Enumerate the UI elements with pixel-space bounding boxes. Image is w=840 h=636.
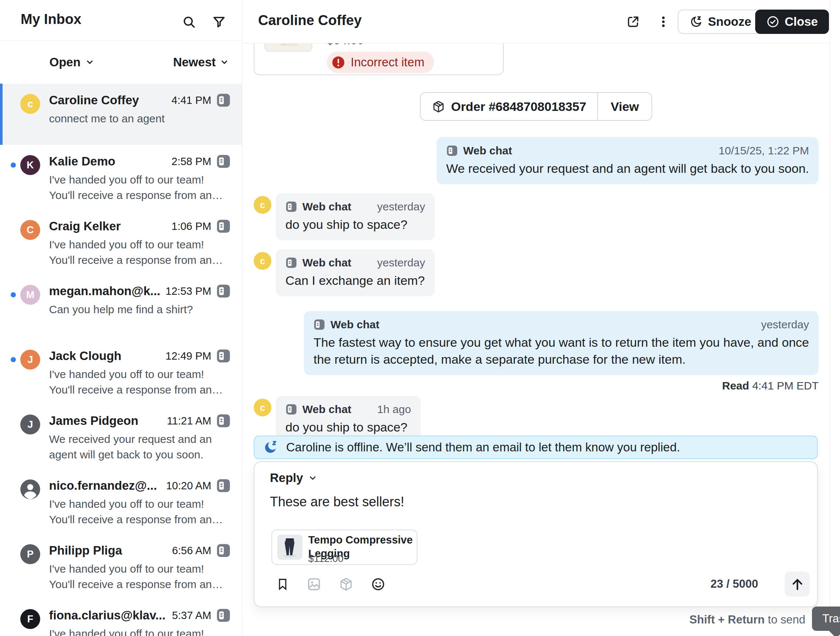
webchat-channel-icon bbox=[216, 413, 231, 428]
reply-mode-label: Reply bbox=[270, 471, 303, 485]
conversation-time: 11:21 AM bbox=[167, 415, 211, 427]
agent-message: Web chatyesterdayThe fastest way to ensu… bbox=[304, 311, 819, 375]
send-hint-rest: to send bbox=[768, 613, 805, 626]
bookmark-icon bbox=[276, 577, 289, 592]
collapsed-side-panel[interactable] bbox=[830, 0, 840, 636]
conversation-preview: I've handed you off to our team!You'll r… bbox=[49, 367, 232, 398]
unread-dot bbox=[11, 357, 16, 362]
list-item[interactable]: Mmegan.mahon@k...12:53 PMCan you help me… bbox=[0, 274, 242, 339]
conversation-preview: I've handed you off to our team!You'll r… bbox=[49, 496, 232, 527]
message-text: Can I exchange an item? bbox=[286, 272, 425, 289]
conversation-time: 6:56 AM bbox=[172, 545, 211, 557]
conversation-time: 12:49 PM bbox=[166, 350, 211, 362]
order-view-button[interactable]: View bbox=[597, 93, 652, 120]
webchat-channel-icon bbox=[216, 93, 231, 108]
message-text: do you ship to space? bbox=[286, 216, 425, 233]
conversation-name: James Pidgeon bbox=[49, 414, 167, 428]
offline-banner: Caroline is offline. We’ll send them an … bbox=[254, 436, 818, 459]
conversation-preview: I've handed you off to our team!You'll r… bbox=[49, 172, 232, 203]
agent-message: Web chat10/15/25, 1:22 PMWe received you… bbox=[437, 137, 819, 184]
message-text: We received your request and an agent wi… bbox=[446, 160, 809, 177]
status-filter-dropdown[interactable]: Open bbox=[49, 41, 95, 83]
search-button[interactable] bbox=[181, 14, 197, 30]
list-item[interactable]: Ffiona.clarius@klav...5:37 AMI've handed… bbox=[0, 599, 242, 636]
chevron-down-icon bbox=[85, 57, 95, 67]
snooze-label: Snooze bbox=[708, 15, 751, 29]
avatar: J bbox=[20, 414, 40, 434]
snooze-moon-icon bbox=[690, 15, 703, 28]
list-item[interactable]: JJack Clough12:49 PMI've handed you off … bbox=[0, 339, 242, 404]
inbox-header: My Inbox bbox=[0, 0, 242, 41]
customer-message: cWeb chatyesterdayCan I exchange an item… bbox=[254, 249, 435, 296]
conversation-time: 5:37 AM bbox=[172, 609, 211, 622]
inbox-panel: My Inbox Open Newest cCaroline Coffey4:4 bbox=[0, 0, 242, 636]
conversation-preview: I've handed you off to our team!You'll r… bbox=[49, 626, 232, 636]
avatar: F bbox=[20, 609, 40, 629]
message-bubble: Web chatyesterdaydo you ship to space? bbox=[276, 193, 435, 240]
channel-label: Web chat bbox=[463, 145, 512, 157]
message-bubble: Web chatyesterdayThe fastest way to ensu… bbox=[304, 311, 819, 375]
avatar: c bbox=[20, 94, 40, 114]
conversation-time: 1:06 PM bbox=[172, 220, 211, 233]
sort-order-dropdown[interactable]: Newest bbox=[173, 41, 229, 83]
char-counter: 23 / 5000 bbox=[711, 578, 758, 591]
snooze-button[interactable]: Snooze bbox=[678, 9, 763, 34]
reply-composer: Reply These are best sellers! Tempo Comp… bbox=[254, 461, 818, 607]
close-button[interactable]: Close bbox=[755, 9, 829, 34]
trash-tooltip-label: Trash bbox=[822, 612, 840, 625]
list-item[interactable]: nico.fernandez@...10:20 AMI've handed yo… bbox=[0, 469, 242, 534]
list-item[interactable]: KKalie Demo2:58 PMI've handed you off to… bbox=[0, 145, 242, 210]
status-badge-label: Incorrect item bbox=[351, 55, 425, 69]
list-item[interactable]: JJames Pidgeon11:21 AMWe received your r… bbox=[0, 404, 242, 469]
channel-label: Web chat bbox=[302, 200, 351, 213]
webchat-channel-icon bbox=[216, 284, 231, 299]
webchat-channel-icon bbox=[216, 154, 231, 169]
reply-input[interactable]: These are best sellers! bbox=[270, 493, 802, 511]
sort-order-label: Newest bbox=[173, 55, 216, 69]
order-chip: Order #6848708018357 View bbox=[420, 92, 652, 121]
channel-label: Web chat bbox=[302, 257, 351, 269]
channel-label: Web chat bbox=[330, 318, 379, 331]
more-options-button[interactable] bbox=[655, 14, 671, 30]
attach-product-button[interactable] bbox=[338, 577, 354, 592]
status-badge: Incorrect item bbox=[327, 52, 434, 73]
webchat-channel-icon bbox=[446, 145, 458, 157]
chevron-down-icon bbox=[219, 57, 229, 67]
conversation-list: cCaroline Coffey4:41 PMconnect me to an … bbox=[0, 83, 242, 636]
avatar: M bbox=[20, 285, 40, 305]
avatar: K bbox=[20, 155, 40, 175]
conversation-name: Philipp Pliga bbox=[49, 543, 172, 557]
filter-button[interactable] bbox=[211, 14, 227, 30]
attached-product-card[interactable]: Tempo Compressive Legging $112.00 bbox=[272, 529, 417, 565]
emoji-button[interactable] bbox=[371, 577, 386, 592]
conversation-time: 4:41 PM bbox=[172, 94, 211, 107]
list-toolbar: Open Newest bbox=[0, 41, 242, 84]
webchat-channel-icon bbox=[216, 608, 231, 623]
conversation-time: 2:58 PM bbox=[172, 156, 211, 168]
reply-mode-dropdown[interactable]: Reply bbox=[270, 471, 318, 485]
webchat-channel-icon bbox=[216, 543, 231, 558]
attach-image-button[interactable] bbox=[306, 577, 322, 592]
conversation-preview: I've handed you off to our team!You'll r… bbox=[49, 237, 232, 268]
order-chip-link[interactable]: Order #6848708018357 bbox=[420, 93, 597, 120]
offline-banner-text: Caroline is offline. We’ll send them an … bbox=[286, 440, 680, 454]
list-item[interactable]: cCaroline Coffey4:41 PMconnect me to an … bbox=[0, 83, 242, 145]
conversation-preview: connect me to an agent bbox=[49, 111, 232, 126]
conversation-header: Caroline Coffey Snooze Close bbox=[242, 0, 830, 44]
list-item[interactable]: PPhilipp Pliga6:56 AMI've handed you off… bbox=[0, 534, 242, 599]
avatar: P bbox=[20, 544, 40, 564]
image-icon bbox=[306, 577, 322, 592]
order-view-label: View bbox=[611, 99, 639, 114]
read-receipt-time: 4:41 PM EDT bbox=[752, 379, 819, 392]
send-hint: Shift + Return to send bbox=[690, 613, 805, 627]
macro-button[interactable] bbox=[276, 577, 289, 592]
send-button[interactable] bbox=[785, 571, 810, 597]
order-chip-label: Order #6848708018357 bbox=[451, 99, 586, 114]
conversation-name: megan.mahon@k... bbox=[49, 284, 166, 298]
open-in-new-button[interactable] bbox=[625, 14, 641, 30]
message-text: do you ship to space? bbox=[286, 419, 411, 436]
package-icon bbox=[431, 100, 445, 113]
conversation-time: 10:20 AM bbox=[166, 480, 211, 492]
channel-label: Web chat bbox=[302, 403, 351, 416]
list-item[interactable]: CCraig Kelker1:06 PMI've handed you off … bbox=[0, 210, 242, 274]
